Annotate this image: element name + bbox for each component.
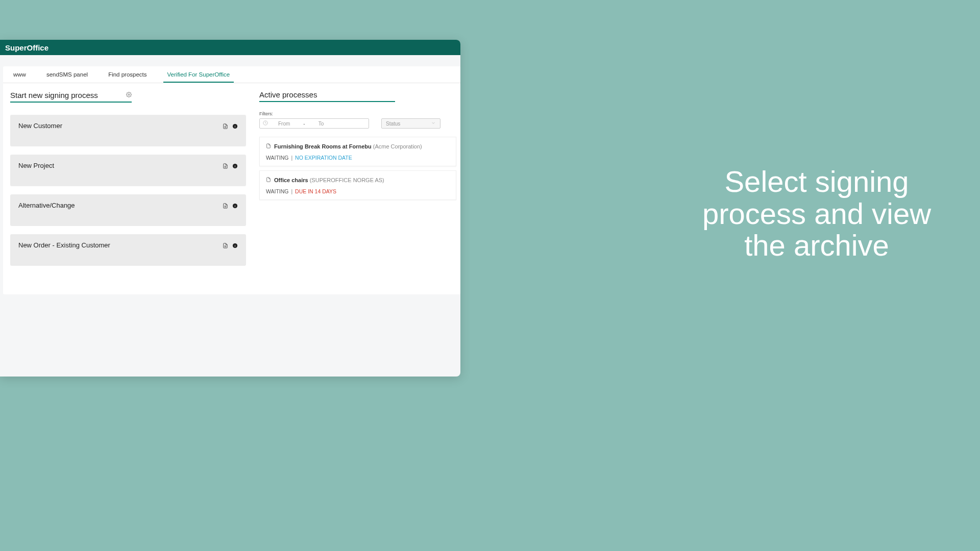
start-signing-header: Start new signing process	[10, 90, 132, 103]
document-icon	[266, 143, 271, 149]
status-value: WAITING	[266, 188, 289, 194]
process-new-customer[interactable]: New Customer i	[10, 115, 246, 146]
active-processes-header: Active processes	[259, 90, 395, 102]
process-name: Furnishing Break Rooms at Fornebu	[274, 143, 372, 149]
svg-point-0	[128, 94, 130, 95]
process-org: (Acme Corporation)	[373, 143, 422, 149]
active-process-card[interactable]: Furnishing Break Rooms at Fornebu (Acme …	[259, 137, 456, 166]
card-actions: i	[223, 202, 238, 211]
info-icon[interactable]: i	[232, 122, 238, 131]
card-actions: i	[223, 162, 238, 171]
gear-icon[interactable]	[126, 90, 132, 99]
info-icon[interactable]: i	[232, 202, 238, 211]
process-label: Alternative/Change	[18, 202, 75, 209]
status-separator: |	[291, 188, 292, 194]
document-icon	[266, 177, 271, 183]
process-label: New Customer	[18, 122, 62, 130]
active-processes-panel: Active processes Filters: From - To	[259, 90, 456, 274]
process-alternative-change[interactable]: Alternative/Change i	[10, 194, 246, 226]
status-due: DUE IN 14 DAYS	[295, 188, 336, 194]
tab-find-prospects[interactable]: Find prospects	[104, 66, 151, 83]
svg-text:i: i	[235, 244, 236, 247]
content-area: www sendSMS panel Find prospects Verifie…	[3, 66, 460, 294]
active-process-status: WAITING | DUE IN 14 DAYS	[266, 188, 450, 194]
svg-text:i: i	[235, 204, 236, 208]
active-process-status: WAITING | NO EXPIRATION DATE	[266, 155, 450, 161]
brand-logo: SuperOffice	[5, 43, 48, 52]
process-label: New Project	[18, 162, 54, 169]
start-signing-title: Start new signing process	[10, 91, 98, 99]
date-to-placeholder: To	[318, 121, 324, 127]
date-filter-block: Filters: From - To	[259, 111, 369, 129]
clock-icon	[263, 120, 268, 127]
process-org: (SUPEROFFICE NORGE AS)	[310, 177, 384, 183]
status-filter[interactable]: Status	[381, 118, 440, 129]
date-range-filter[interactable]: From - To	[259, 118, 369, 129]
document-icon[interactable]	[223, 241, 228, 251]
document-icon[interactable]	[223, 202, 228, 211]
status-due: NO EXPIRATION DATE	[295, 155, 352, 161]
app-window: SuperOffice www sendSMS panel Find prosp…	[0, 40, 460, 377]
date-dash: -	[303, 121, 305, 127]
active-process-title: Office chairs (SUPEROFFICE NORGE AS)	[266, 177, 450, 183]
svg-text:i: i	[235, 124, 236, 128]
active-processes-title: Active processes	[259, 90, 317, 99]
title-bar: SuperOffice	[0, 40, 460, 55]
chevron-down-icon	[431, 120, 436, 127]
tab-www[interactable]: www	[9, 66, 30, 83]
status-placeholder: Status	[386, 121, 400, 127]
card-actions: i	[223, 122, 238, 131]
active-process-title: Furnishing Break Rooms at Fornebu (Acme …	[266, 143, 450, 149]
panels: Start new signing process New Customer i…	[3, 83, 460, 294]
date-from-placeholder: From	[278, 121, 290, 127]
promo-text: Select signing process and view the arch…	[694, 166, 939, 262]
active-process-card[interactable]: Office chairs (SUPEROFFICE NORGE AS) WAI…	[259, 170, 456, 200]
info-icon[interactable]: i	[232, 162, 238, 171]
tab-verified[interactable]: Verified For SuperOffice	[163, 66, 234, 83]
card-actions: i	[223, 241, 238, 251]
tab-sendsms[interactable]: sendSMS panel	[42, 66, 92, 83]
process-name: Office chairs	[274, 177, 308, 183]
process-new-order-existing[interactable]: New Order - Existing Customer i	[10, 234, 246, 266]
document-icon[interactable]	[223, 122, 228, 131]
filters-label: Filters:	[259, 111, 369, 116]
status-separator: |	[291, 155, 292, 161]
start-signing-panel: Start new signing process New Customer i…	[10, 90, 246, 274]
status-value: WAITING	[266, 155, 289, 161]
tabs: www sendSMS panel Find prospects Verifie…	[3, 66, 460, 83]
process-label: New Order - Existing Customer	[18, 241, 110, 249]
filters-row: Filters: From - To Status	[259, 111, 456, 129]
svg-text:i: i	[235, 164, 236, 168]
document-icon[interactable]	[223, 162, 228, 171]
info-icon[interactable]: i	[232, 241, 238, 251]
process-new-project[interactable]: New Project i	[10, 155, 246, 186]
